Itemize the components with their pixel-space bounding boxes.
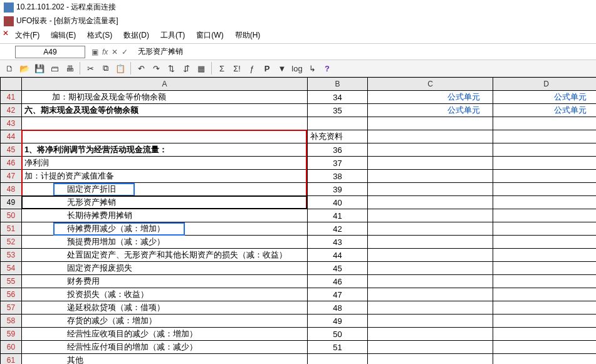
row-header[interactable]: 59 [1,328,22,341]
cell-c[interactable] [368,183,493,196]
table-row[interactable]: 58存货的减少（减：增加）49 [1,315,597,328]
cell-c[interactable] [368,130,493,143]
row-header[interactable]: 43 [1,117,22,130]
cancel-icon[interactable]: ✕ [112,48,118,56]
col-header-d[interactable]: D [493,78,597,91]
redo-icon[interactable]: ↷ [149,61,163,75]
menu-window[interactable]: 窗口(W) [191,29,228,42]
cell-d[interactable] [493,249,597,262]
cell-a[interactable] [22,117,308,130]
row-header[interactable]: 42 [1,104,22,117]
cell-d[interactable] [493,354,597,365]
cell-a[interactable]: 财务费用 [22,275,308,288]
cell-b[interactable]: 38 [308,170,368,183]
cell-b[interactable]: 34 [308,91,368,104]
tree-icon[interactable]: ▣ [91,48,98,56]
cell-c[interactable] [368,288,493,301]
table-row[interactable]: 52预提费用增加（减：减少）43 [1,236,597,249]
row-header[interactable]: 46 [1,157,22,170]
table-row[interactable]: 48固定资产折旧39 [1,183,597,196]
menu-tool[interactable]: 工具(T) [155,29,190,42]
menu-file[interactable]: 文件(F) [10,29,44,42]
cell-c[interactable] [368,328,493,341]
cut-icon[interactable]: ✂ [83,61,97,75]
table-row[interactable]: 53处置固定资产、无形资产和其他长期资产的损失（减：收益）44 [1,249,597,262]
cell-c[interactable] [368,354,493,365]
cell-c[interactable] [368,222,493,236]
table-row[interactable]: 57递延税款贷项（减：借项）48 [1,301,597,315]
row-header[interactable]: 48 [1,183,22,196]
row-header[interactable]: 61 [1,354,22,365]
cell-b[interactable]: 50 [308,328,368,341]
cell-a[interactable]: 固定资产报废损失 [22,262,308,275]
cell-a[interactable]: 投资损失（减：收益） [22,288,308,301]
cell-c[interactable] [368,301,493,315]
cell-b[interactable]: 41 [308,209,368,222]
cell-b[interactable]: 45 [308,262,368,275]
table-row[interactable]: 46净利润37 [1,157,597,170]
cell-a[interactable]: 处置固定资产、无形资产和其他长期资产的损失（减：收益） [22,249,308,262]
cell-a[interactable]: 加：计提的资产减值准备 [22,170,308,183]
cell-b[interactable]: 43 [308,236,368,249]
cell-b[interactable]: 48 [308,301,368,315]
cell-a[interactable]: 存货的减少（减：增加） [22,315,308,328]
cell-d[interactable] [493,117,597,130]
cell-b[interactable]: 47 [308,288,368,301]
cell-d[interactable] [493,288,597,301]
paste-icon[interactable]: 📋 [113,61,127,75]
cell-a[interactable]: 六、期末现金及现金等价物余额 [22,104,308,117]
cell-d[interactable] [493,157,597,170]
table-row[interactable]: 55财务费用46 [1,275,597,288]
row-header[interactable]: 49 [1,196,22,209]
cell-b[interactable]: 35 [308,104,368,117]
cell-b[interactable]: 40 [308,196,368,209]
cell-c[interactable] [368,341,493,354]
cell-d[interactable] [493,130,597,143]
row-header[interactable]: 47 [1,170,22,183]
cell-c[interactable] [368,143,493,157]
table-row[interactable]: 43 [1,117,597,130]
filter-icon[interactable]: ▦ [194,61,208,75]
cell-b[interactable]: 42 [308,222,368,236]
cell-b[interactable] [308,117,368,130]
row-header[interactable]: 57 [1,301,22,315]
cell-d[interactable] [493,143,597,157]
cell-d[interactable] [493,341,597,354]
cell-a[interactable]: 固定资产折旧 [22,183,308,196]
cell-b[interactable]: 44 [308,249,368,262]
row-header[interactable]: 53 [1,249,22,262]
row-header[interactable]: 44 [1,130,22,143]
cell-b[interactable]: 补充资料 [308,130,368,143]
cell-c[interactable] [368,249,493,262]
undo-icon[interactable]: ↶ [134,61,148,75]
cell-a[interactable]: 长期待摊费用摊销 [22,209,308,222]
cell-d[interactable] [493,262,597,275]
cell-a[interactable]: 递延税款贷项（减：借项） [22,301,308,315]
row-header[interactable]: 60 [1,341,22,354]
cell-d[interactable]: 公式单元 [493,91,597,104]
table-row[interactable]: 51待摊费用减少（减：增加）42 [1,222,597,236]
cell-c[interactable] [368,262,493,275]
row-header[interactable]: 56 [1,288,22,301]
menu-format[interactable]: 格式(S) [82,29,117,42]
cell-c[interactable]: 公式单元 [368,91,493,104]
cell-a[interactable]: 1、将净利润调节为经营活动现金流量： [22,143,308,157]
cell-a[interactable]: 净利润 [22,157,308,170]
name-box[interactable]: A49 [15,46,85,58]
row-header[interactable]: 41 [1,91,22,104]
cell-d[interactable] [493,196,597,209]
cell-a[interactable]: 其他 [22,354,308,365]
cell-d[interactable] [493,315,597,328]
row-header[interactable]: 45 [1,143,22,157]
col-header-c[interactable]: C [368,78,493,91]
cell-b[interactable]: 37 [308,157,368,170]
row-header[interactable]: 58 [1,315,22,328]
save-all-icon[interactable]: 🗃 [48,61,61,75]
sort-asc-icon[interactable]: ⇅ [164,61,178,75]
close-x-icon[interactable]: ✕ [3,29,9,42]
row-header[interactable]: 52 [1,236,22,249]
menu-edit[interactable]: 编辑(E) [46,29,81,42]
menu-data[interactable]: 数据(D) [118,29,154,42]
cell-b[interactable]: 39 [308,183,368,196]
cell-c[interactable] [368,315,493,328]
